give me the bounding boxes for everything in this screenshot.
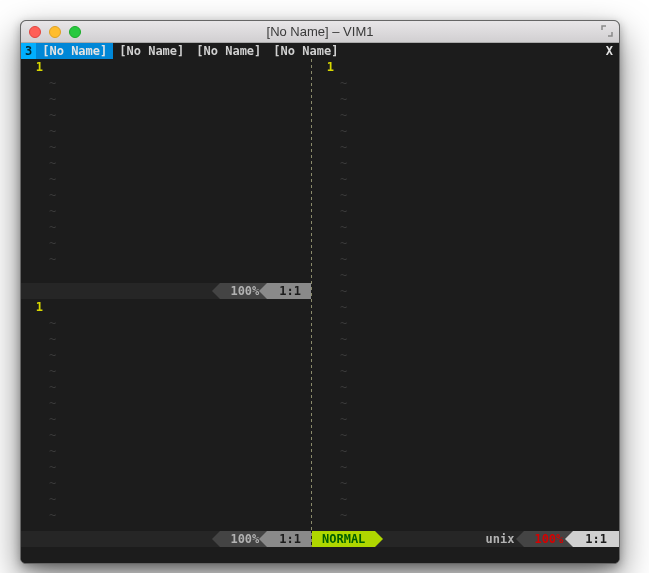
pane-top-left[interactable]: 1 ~ ~ ~ ~ ~ ~ ~ ~ ~ ~ ~ [21, 59, 311, 283]
right-column: 1 ~ ~ ~ ~ ~ ~ ~ ~ ~ ~ ~ [312, 59, 619, 547]
pane-right[interactable]: 1 ~ ~ ~ ~ ~ ~ ~ ~ ~ ~ ~ [312, 59, 619, 531]
empty-line-tilde: ~ [340, 107, 619, 123]
empty-line-tilde: ~ [340, 299, 619, 315]
empty-line-tilde: ~ [340, 411, 619, 427]
empty-line-tilde: ~ [49, 395, 311, 411]
empty-line-tilde: ~ [340, 427, 619, 443]
empty-line-tilde: ~ [340, 171, 619, 187]
statusline-top-left: 100% 1:1 [21, 283, 311, 299]
line-number-gutter: 1 [21, 59, 49, 283]
empty-line-tilde: ~ [340, 315, 619, 331]
left-column: 1 ~ ~ ~ ~ ~ ~ ~ ~ ~ ~ ~ [21, 59, 311, 547]
tab-3[interactable]: [No Name] [190, 43, 267, 59]
empty-line-tilde: ~ [340, 507, 619, 523]
empty-line-tilde: ~ [49, 379, 311, 395]
statusline-bottom-left: 100% 1:1 [21, 531, 311, 547]
line-number: 1 [312, 59, 334, 75]
empty-line-tilde: ~ [340, 363, 619, 379]
window: [No Name] – VIM1 3 [No Name] [No Name] [… [20, 20, 620, 564]
titlebar[interactable]: [No Name] – VIM1 [21, 21, 619, 43]
zoom-icon[interactable] [69, 26, 81, 38]
empty-line-tilde: ~ [49, 443, 311, 459]
empty-line-tilde: ~ [49, 331, 311, 347]
empty-line-tilde: ~ [340, 379, 619, 395]
empty-line-tilde: ~ [49, 107, 311, 123]
empty-line-tilde: ~ [49, 139, 311, 155]
empty-line-tilde: ~ [340, 459, 619, 475]
empty-line-tilde: ~ [49, 187, 311, 203]
mode-indicator: NORMAL [312, 531, 375, 547]
empty-line-tilde: ~ [340, 331, 619, 347]
tab-2[interactable]: [No Name] [113, 43, 190, 59]
buffer-area[interactable]: ~ ~ ~ ~ ~ ~ ~ ~ ~ ~ ~ ~ ~ ~ ~ [340, 59, 619, 531]
terminal: 3 [No Name] [No Name] [No Name] [No Name… [21, 43, 619, 563]
tab-close-button[interactable]: X [600, 43, 619, 59]
line-number: 1 [21, 299, 43, 315]
empty-line-tilde: ~ [340, 187, 619, 203]
empty-line-tilde: ~ [340, 395, 619, 411]
empty-line-tilde: ~ [340, 443, 619, 459]
tabline: 3 [No Name] [No Name] [No Name] [No Name… [21, 43, 619, 59]
empty-line-tilde: ~ [49, 155, 311, 171]
empty-line-tilde: ~ [340, 267, 619, 283]
empty-line-tilde: ~ [340, 203, 619, 219]
empty-line-tilde: ~ [49, 123, 311, 139]
empty-line-tilde: ~ [49, 475, 311, 491]
empty-line-tilde: ~ [49, 91, 311, 107]
empty-line-tilde: ~ [340, 91, 619, 107]
empty-line-tilde: ~ [49, 411, 311, 427]
window-title: [No Name] – VIM1 [21, 24, 619, 39]
empty-line-tilde: ~ [340, 219, 619, 235]
close-icon[interactable] [29, 26, 41, 38]
empty-line-tilde: ~ [340, 139, 619, 155]
empty-line-tilde: ~ [49, 171, 311, 187]
empty-line-tilde: ~ [49, 75, 311, 91]
empty-line-tilde: ~ [49, 203, 311, 219]
status-cursor-pos: 1:1 [267, 283, 311, 299]
empty-line-tilde: ~ [49, 507, 311, 523]
empty-line-tilde: ~ [49, 491, 311, 507]
line-number-gutter: 1 [21, 299, 49, 531]
status-cursor-pos: 1:1 [267, 531, 311, 547]
fullscreen-icon[interactable] [601, 25, 613, 37]
empty-line-tilde: ~ [49, 363, 311, 379]
buffer-area[interactable]: ~ ~ ~ ~ ~ ~ ~ ~ ~ ~ ~ ~ [49, 59, 311, 283]
empty-line-tilde: ~ [49, 347, 311, 363]
empty-line-tilde: ~ [49, 315, 311, 331]
empty-line-tilde: ~ [49, 251, 311, 267]
empty-line-tilde: ~ [340, 155, 619, 171]
empty-line-tilde: ~ [49, 235, 311, 251]
traffic-lights [21, 26, 81, 38]
empty-line-tilde: ~ [49, 219, 311, 235]
empty-line-tilde: ~ [49, 427, 311, 443]
empty-line-tilde: ~ [340, 283, 619, 299]
work-area: 1 ~ ~ ~ ~ ~ ~ ~ ~ ~ ~ ~ [21, 59, 619, 547]
tab-4[interactable]: [No Name] [267, 43, 344, 59]
empty-line-tilde: ~ [340, 75, 619, 91]
empty-line-tilde: ~ [340, 347, 619, 363]
empty-line-tilde: ~ [340, 235, 619, 251]
line-number-gutter: 1 [312, 59, 340, 531]
statusline-active: NORMAL unix 100% 1:1 [312, 531, 619, 547]
tab-window-count: 3 [21, 43, 36, 59]
buffer-area[interactable]: ~ ~ ~ ~ ~ ~ ~ ~ ~ ~ ~ ~ ~ [49, 299, 311, 531]
minimize-icon[interactable] [49, 26, 61, 38]
status-cursor-pos: 1:1 [573, 531, 619, 547]
empty-line-tilde: ~ [49, 459, 311, 475]
empty-line-tilde: ~ [340, 475, 619, 491]
line-number: 1 [21, 59, 43, 75]
empty-line-tilde: ~ [340, 251, 619, 267]
tab-1[interactable]: [No Name] [36, 43, 113, 59]
empty-line-tilde: ~ [340, 491, 619, 507]
pane-bottom-left[interactable]: 1 ~ ~ ~ ~ ~ ~ ~ ~ ~ ~ ~ [21, 299, 311, 531]
command-line[interactable] [21, 547, 619, 563]
empty-line-tilde: ~ [340, 123, 619, 139]
